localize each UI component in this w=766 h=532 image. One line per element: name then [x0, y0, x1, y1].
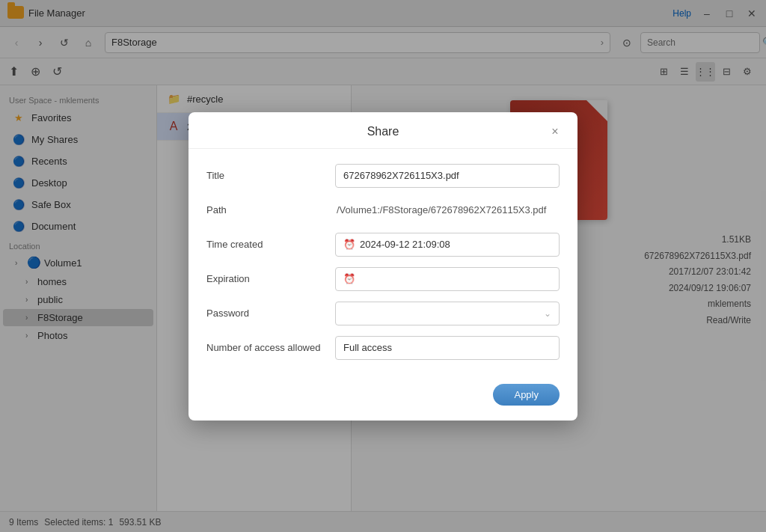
title-label: Title [206, 170, 326, 181]
path-row: Path /Volume1:/F8Storage/672678962X72611… [206, 198, 560, 222]
password-field[interactable]: ⌄ [335, 302, 560, 325]
expiration-field[interactable]: ⏰ [335, 267, 560, 291]
share-dialog-body: Title Path /Volume1:/F8Storage/672678962… [189, 149, 577, 375]
path-value: /Volume1:/F8Storage/672678962X726115X3.p… [335, 198, 560, 222]
access-row: Number of access allowed Full access [206, 336, 560, 360]
password-input[interactable] [343, 308, 539, 319]
access-field[interactable]: Full access [335, 336, 560, 360]
expiration-label: Expiration [206, 273, 326, 284]
share-dialog-header: Share × [189, 112, 577, 149]
password-dropdown-icon: ⌄ [544, 308, 551, 319]
time-created-row: Time created ⏰ 2024-09-12 21:09:08 [206, 233, 560, 257]
title-row: Title [206, 164, 560, 188]
title-input[interactable] [335, 164, 560, 188]
time-created-field[interactable]: ⏰ 2024-09-12 21:09:08 [335, 233, 560, 257]
time-created-label: Time created [206, 239, 326, 250]
password-label: Password [206, 308, 326, 319]
access-value: Full access [343, 342, 551, 353]
share-dialog-footer: Apply [189, 375, 577, 421]
access-label: Number of access allowed [206, 342, 326, 353]
apply-button[interactable]: Apply [493, 384, 560, 406]
file-manager-window: File Manager Help – □ ✕ ‹ › ↺ ⌂ F8Storag… [0, 0, 766, 532]
expiration-row: Expiration ⏰ [206, 267, 560, 291]
share-dialog-title: Share [218, 125, 548, 138]
clock-icon: ⏰ [343, 239, 355, 250]
dialog-close-button[interactable]: × [548, 124, 563, 139]
expiration-input[interactable] [360, 273, 551, 284]
password-row: Password ⌄ [206, 302, 560, 325]
expiration-clock-icon: ⏰ [343, 273, 355, 284]
modal-overlay: Share × Title Path /Volume1:/F8Storage/6… [0, 0, 766, 532]
share-dialog: Share × Title Path /Volume1:/F8Storage/6… [189, 112, 577, 421]
time-created-value: 2024-09-12 21:09:08 [360, 239, 551, 250]
path-label: Path [206, 204, 326, 215]
